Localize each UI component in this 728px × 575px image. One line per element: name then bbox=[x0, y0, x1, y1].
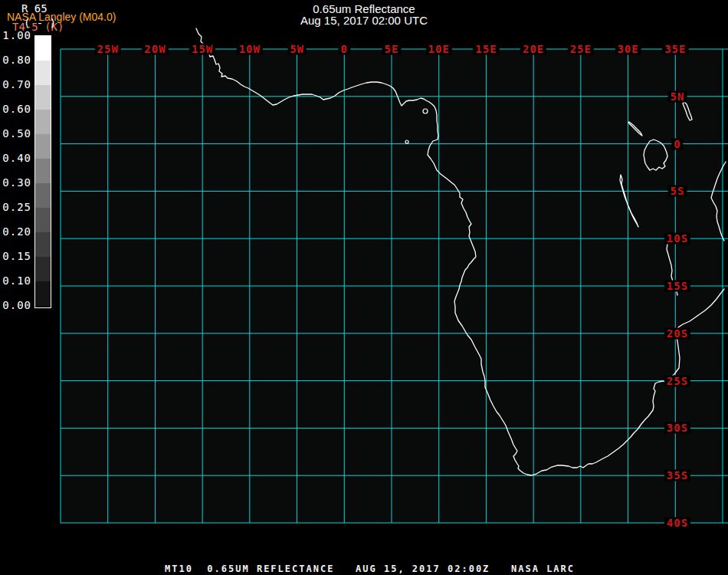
colorbar-segment-6 bbox=[35, 183, 51, 208]
colorbar-segment-0 bbox=[35, 36, 51, 61]
longitude-label-35E: 35E bbox=[662, 44, 688, 55]
longitude-label-5W: 5W bbox=[287, 44, 307, 55]
latitude-label-5S: 5S bbox=[668, 186, 687, 197]
colorbar-segment-8 bbox=[35, 232, 51, 257]
colorbar-segment-2 bbox=[35, 85, 51, 110]
colorbar-segment-3 bbox=[35, 110, 51, 134]
longitude-label-20W: 20W bbox=[142, 44, 168, 55]
longitude-label-25E: 25E bbox=[568, 44, 594, 55]
longitude-label-10E: 10E bbox=[426, 44, 452, 55]
longitude-label-10W: 10W bbox=[237, 44, 263, 55]
colorbar-tick-0.20: 0.20 bbox=[0, 225, 31, 238]
longitude-label-15E: 15E bbox=[473, 44, 499, 55]
colorbar-tick-0.80: 0.80 bbox=[0, 54, 31, 66]
colorbar bbox=[34, 35, 51, 308]
colorbar-tick-0.25: 0.25 bbox=[0, 201, 31, 213]
longitude-label-15W: 15W bbox=[189, 44, 215, 55]
colorbar-segment-9 bbox=[35, 257, 51, 281]
latitude-label-0: 0 bbox=[671, 138, 683, 150]
colorbar-tick-0.60: 0.60 bbox=[0, 103, 31, 115]
latitude-label-20S: 20S bbox=[664, 327, 690, 339]
satellite-image-viewer: 0.65um Reflectance Aug 15, 2017 02:00 UT… bbox=[0, 0, 728, 575]
longitude-label-5E: 5E bbox=[382, 44, 402, 55]
latitude-label-10S: 10S bbox=[664, 233, 690, 245]
map-canvas bbox=[0, 0, 728, 575]
colorbar-tick-0.15: 0.15 bbox=[0, 250, 31, 262]
colorbar-segment-7 bbox=[35, 208, 51, 232]
latitude-label-40S: 40S bbox=[664, 518, 690, 529]
longitude-label-20E: 20E bbox=[520, 44, 546, 55]
latitude-label-35S: 35S bbox=[664, 470, 690, 481]
colorbar-tick-0.30: 0.30 bbox=[0, 176, 31, 189]
colorbar-segment-4 bbox=[35, 134, 51, 159]
colorbar-tick-0.40: 0.40 bbox=[0, 152, 31, 164]
colorbar-tick-0.50: 0.50 bbox=[0, 127, 31, 140]
latitude-label-15S: 15S bbox=[664, 281, 690, 292]
colorbar-segment-10 bbox=[35, 281, 51, 306]
latitude-label-25S: 25S bbox=[664, 375, 690, 386]
colorbar-segment-1 bbox=[35, 61, 51, 85]
latitude-label-30S: 30S bbox=[664, 422, 690, 434]
colorbar-tick-0.10: 0.10 bbox=[0, 274, 31, 287]
colorbar-tick-0.70: 0.70 bbox=[0, 78, 31, 90]
longitude-label-30E: 30E bbox=[615, 44, 641, 55]
latitude-label-5N: 5N bbox=[668, 90, 687, 102]
colorbar-segment-5 bbox=[35, 159, 51, 183]
colorbar-tick-0.00: 0.00 bbox=[0, 299, 31, 311]
longitude-label-25W: 25W bbox=[95, 44, 121, 55]
longitude-label-0: 0 bbox=[339, 44, 350, 55]
status-bar-text: MT10 0.65UM REFLECTANCE AUG 15, 2017 02:… bbox=[165, 564, 575, 574]
colorbar-units-label: ( - ) bbox=[24, 17, 56, 29]
